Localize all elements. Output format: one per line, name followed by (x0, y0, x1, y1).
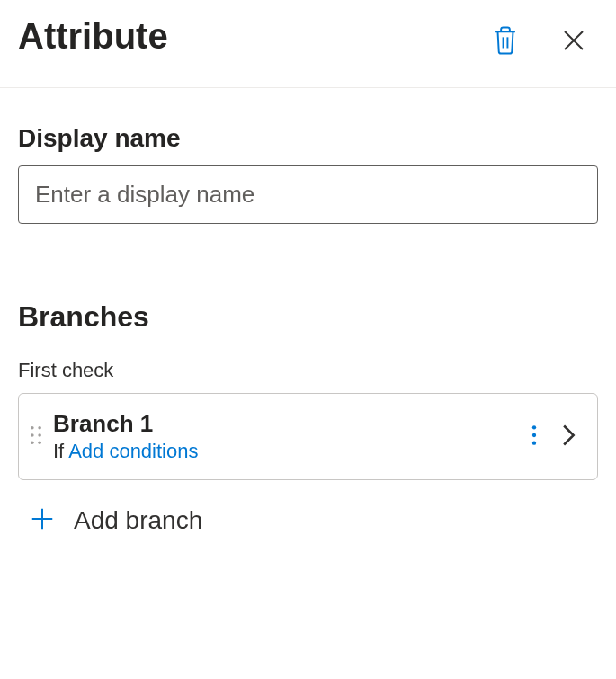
branch-actions (527, 419, 581, 454)
more-vertical-icon (531, 424, 538, 450)
panel-header: Attribute (0, 0, 616, 88)
branch-more-button[interactable] (527, 420, 541, 453)
add-branch-label: Add branch (74, 506, 202, 535)
display-name-input[interactable] (18, 165, 598, 224)
trash-icon (492, 25, 519, 58)
svg-point-11 (532, 433, 536, 437)
drag-handle-icon[interactable] (28, 425, 44, 449)
branch-if-prefix: If (53, 440, 64, 462)
branch-name: Branch 1 (53, 410, 518, 438)
branch-condition: If Add conditions (53, 440, 518, 463)
panel-title: Attribute (18, 16, 168, 57)
first-check-label: First check (18, 359, 598, 382)
svg-point-8 (31, 441, 34, 444)
branches-heading: Branches (18, 300, 598, 334)
close-icon (560, 27, 587, 57)
delete-button[interactable] (488, 22, 522, 62)
add-branch-button[interactable]: Add branch (18, 480, 598, 536)
add-conditions-link[interactable]: Add conditions (68, 440, 198, 462)
display-name-section: Display name (0, 88, 616, 224)
svg-point-10 (532, 425, 536, 429)
header-actions (488, 22, 598, 62)
close-button[interactable] (557, 23, 591, 60)
display-name-label: Display name (18, 124, 598, 153)
svg-point-4 (31, 425, 34, 429)
plus-icon (29, 505, 56, 536)
svg-point-5 (38, 425, 41, 429)
svg-point-9 (38, 441, 41, 444)
branch-content: Branch 1 If Add conditions (53, 410, 518, 463)
svg-point-6 (31, 433, 34, 437)
svg-point-12 (532, 442, 536, 445)
branch-expand-button[interactable] (558, 419, 581, 454)
chevron-right-icon (561, 423, 577, 451)
branch-card[interactable]: Branch 1 If Add conditions (18, 393, 598, 480)
branches-section: Branches First check Branch 1 If Add con… (0, 264, 616, 536)
svg-point-7 (38, 433, 41, 437)
